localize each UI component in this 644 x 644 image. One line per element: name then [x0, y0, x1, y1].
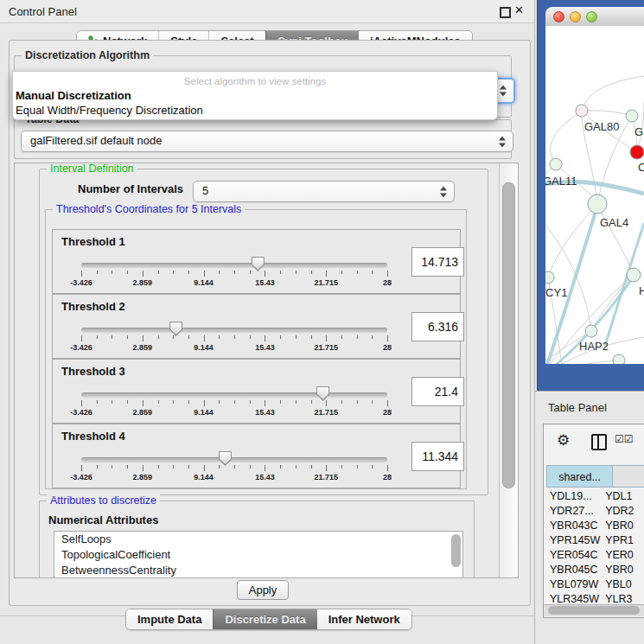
attribute-list-item[interactable]: SelfLoops — [54, 532, 462, 547]
table-cell-shared-name[interactable]: YBR043C — [546, 519, 600, 533]
network-node[interactable] — [626, 110, 638, 122]
slider-tick — [341, 400, 342, 404]
float-window-icon[interactable] — [500, 7, 511, 18]
table-horizontal-scrollbar[interactable] — [544, 604, 644, 616]
slider-tick — [326, 271, 327, 277]
apply-button[interactable]: Apply — [237, 580, 289, 600]
table-cell-shared-name[interactable]: YDR27... — [546, 504, 600, 519]
threshold-value-box[interactable]: 14.713 — [411, 247, 464, 277]
slider-handle[interactable] — [316, 386, 329, 401]
network-node[interactable] — [630, 145, 644, 159]
table-row[interactable]: YBR045CYBR0 — [546, 563, 644, 577]
slider-tick-label: 15.43 — [255, 408, 275, 417]
threshold-value-box[interactable]: 11.344 — [411, 442, 464, 471]
table-cell-name[interactable]: YBR0 — [600, 519, 644, 533]
select-columns-icon[interactable]: ☑☑ — [615, 433, 634, 445]
slider-tick — [311, 335, 312, 339]
interval-definition-group: Interval Definition Number of Intervals … — [39, 169, 488, 495]
table-cell-name[interactable]: YBL0 — [600, 577, 644, 592]
table-cell-name[interactable]: YDL1 — [600, 489, 644, 504]
network-node[interactable] — [545, 271, 554, 284]
split-columns-icon[interactable] — [591, 434, 607, 450]
slider-tick — [311, 400, 312, 404]
tab-infer-network[interactable]: Infer Network — [317, 609, 411, 629]
attributes-list-scrollbar[interactable] — [451, 534, 461, 567]
popup-item-manual-discretization[interactable]: Manual Discretization — [16, 89, 131, 102]
number-of-intervals-combobox[interactable]: 5 — [193, 181, 455, 202]
gear-icon[interactable]: ⚙ — [557, 431, 570, 450]
tab-impute-data[interactable]: Impute Data — [126, 609, 213, 629]
network-node[interactable] — [576, 105, 588, 117]
numerical-attributes-list[interactable]: SelfLoopsTopologicalCoefficientBetweenne… — [54, 531, 463, 578]
minimize-traffic-light-icon[interactable] — [570, 11, 581, 22]
table-row[interactable]: YDR27...YDR2 — [546, 504, 644, 519]
threshold-value-box[interactable]: 6.316 — [411, 312, 464, 341]
slider-track[interactable] — [81, 457, 387, 462]
tab-discretize-data-label: Discretize Data — [225, 613, 305, 626]
settings-scrollbar-thumb[interactable] — [502, 182, 515, 488]
table-row[interactable]: YPR145WYPR1 — [546, 533, 644, 548]
table-row[interactable]: YER054CYER0 — [546, 548, 644, 563]
table-cell-shared-name[interactable]: YLR345W — [546, 592, 600, 603]
table-row[interactable]: YLR345WYLR3 — [546, 592, 644, 603]
network-node[interactable] — [613, 354, 625, 364]
slider-tick — [326, 335, 327, 341]
table-cell-shared-name[interactable]: YBR045C — [546, 563, 600, 577]
table-cell-shared-name[interactable]: YDL19... — [546, 489, 600, 504]
threshold-panel: Threshold 2-3.4262.8599.14415.4321.71528… — [52, 294, 461, 359]
slider-tick — [387, 465, 388, 471]
slider-tick — [188, 335, 189, 339]
network-node[interactable] — [627, 268, 641, 282]
slider-handle[interactable] — [252, 257, 265, 271]
network-window-titlebar[interactable] — [545, 7, 644, 27]
combo-stepper-icon — [500, 86, 507, 97]
slider-tick — [112, 400, 112, 404]
network-node[interactable] — [550, 158, 562, 170]
slider-handle[interactable] — [169, 322, 182, 336]
slider-tick — [280, 465, 281, 469]
table-cell-name[interactable]: YBR0 — [600, 563, 644, 577]
zoom-traffic-light-icon[interactable] — [586, 11, 597, 22]
table-hscrollbar-thumb[interactable] — [548, 606, 640, 615]
slider-handle[interactable] — [219, 451, 232, 466]
slider-tick — [311, 271, 312, 274]
slider-track[interactable] — [81, 392, 387, 398]
table-row[interactable]: YDL19...YDL1 — [546, 489, 644, 504]
slider-track[interactable] — [81, 328, 387, 333]
column-header-name[interactable]: na — [613, 465, 644, 488]
table-cell-name[interactable]: YDR2 — [600, 504, 644, 519]
network-canvas[interactable]: GAL80GCGAL11GAL4GCY1HHAP2 — [545, 26, 644, 364]
network-node[interactable] — [585, 325, 597, 337]
tab-discretize-data[interactable]: Discretize Data — [213, 609, 316, 629]
combo-stepper-icon — [499, 136, 507, 147]
column-header-shared-name[interactable]: shared... — [546, 465, 613, 488]
table-data-combobox[interactable]: galFiltered.sif default node — [21, 131, 513, 152]
threshold-value-box[interactable]: 21.4 — [411, 377, 464, 406]
slider-tick-label: -3.426 — [70, 408, 92, 417]
slider-tick — [127, 465, 128, 469]
table-cell-shared-name[interactable]: YPR145W — [546, 533, 600, 548]
table-row[interactable]: YBL079WYBL0 — [546, 577, 644, 592]
table-row[interactable]: YBR043CYBR0 — [546, 519, 644, 533]
table-cell-name[interactable]: YPR1 — [600, 533, 644, 548]
slider-tick — [127, 271, 128, 274]
attribute-list-item[interactable]: TopologicalCoefficient — [54, 547, 462, 563]
close-icon[interactable]: ✕ — [514, 3, 524, 16]
settings-vertical-scrollbar[interactable] — [499, 163, 518, 577]
table-cell-shared-name[interactable]: YER054C — [546, 548, 600, 563]
table-cell-shared-name[interactable]: YBL079W — [546, 577, 600, 592]
table-cell-name[interactable]: YER0 — [600, 548, 644, 563]
network-edge — [597, 204, 634, 275]
network-node[interactable] — [588, 194, 607, 214]
slider-tick — [357, 400, 358, 404]
table-cell-name[interactable]: YLR3 — [600, 592, 644, 603]
slider-tick-label: -3.426 — [70, 343, 92, 352]
threshold-panel: Threshold 4-3.4262.8599.14415.4321.71528… — [52, 424, 461, 488]
close-traffic-light-icon[interactable] — [553, 11, 564, 22]
algorithm-dropdown-popup: Select algorithm to view settings Manual… — [12, 71, 498, 120]
slider-tick — [357, 335, 358, 339]
popup-item-equal-width-frequency[interactable]: Equal Width/Frequency Discretization — [16, 104, 203, 117]
attribute-list-item[interactable]: BetweennessCentrality — [54, 563, 462, 578]
slider-track[interactable] — [81, 263, 387, 268]
slider-tick — [158, 465, 159, 469]
